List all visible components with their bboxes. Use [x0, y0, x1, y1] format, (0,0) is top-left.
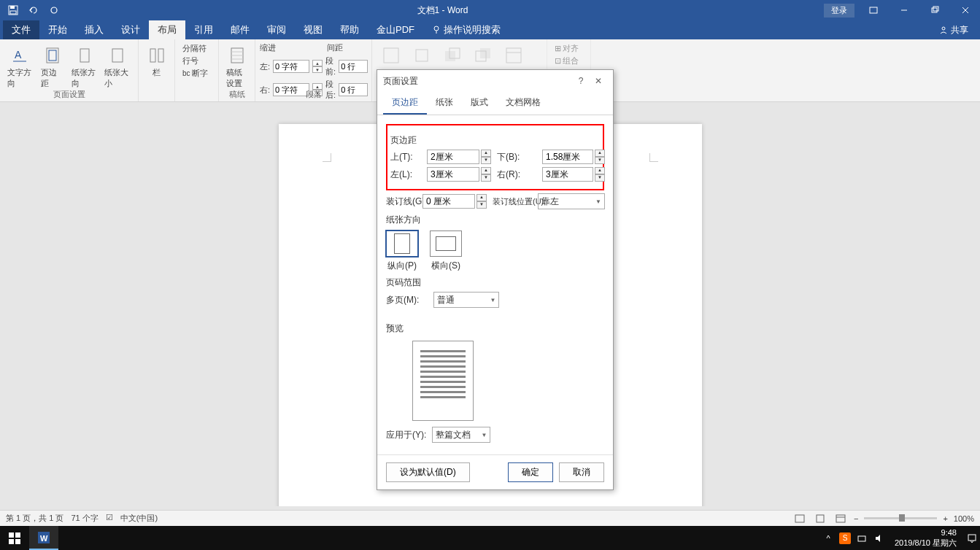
zoom-out-icon[interactable]: −: [854, 514, 858, 523]
tab-home[interactable]: 开始: [39, 20, 76, 39]
hyphenation-button[interactable]: bc断字: [180, 67, 214, 80]
svg-text:A: A: [15, 49, 22, 61]
word-count[interactable]: 71 个字: [71, 513, 98, 524]
web-layout-icon[interactable]: [833, 513, 848, 524]
apply-combo[interactable]: 整篇文档▼: [432, 427, 490, 443]
spin-down[interactable]: ▼: [481, 174, 491, 182]
print-layout-icon[interactable]: [813, 513, 827, 524]
dialog-tab-layout[interactable]: 版式: [462, 92, 497, 115]
bottom-input[interactable]: [542, 150, 593, 164]
sogou-icon[interactable]: S: [839, 532, 851, 544]
volume-icon[interactable]: [873, 532, 886, 545]
ribbon-tabs: 文件 开始 插入 设计 布局 引用 邮件 审阅 视图 帮助 金山PDF 操作说明…: [0, 20, 980, 39]
dialog-titlebar[interactable]: 页面设置 ? ✕: [377, 70, 613, 92]
dialog-tab-margins[interactable]: 页边距: [383, 92, 427, 115]
close-icon[interactable]: [951, 0, 980, 20]
svg-point-3: [51, 7, 57, 13]
right-input[interactable]: [542, 167, 593, 182]
read-mode-icon[interactable]: [792, 513, 807, 524]
spellcheck-icon[interactable]: ☑: [106, 513, 113, 524]
share-button[interactable]: 共享: [927, 24, 980, 36]
section-pages-title: 页码范围: [386, 276, 604, 289]
ribbon-display-icon[interactable]: [859, 0, 888, 20]
undo-icon[interactable]: [26, 3, 41, 18]
tray-up-icon[interactable]: ^: [822, 532, 835, 545]
redo-icon[interactable]: [47, 3, 61, 18]
login-button[interactable]: 登录: [824, 4, 854, 18]
gutter-input[interactable]: [423, 194, 475, 209]
dialog-close-icon[interactable]: ✕: [590, 76, 607, 86]
portrait-button[interactable]: 纵向(P): [386, 231, 418, 272]
zoom-slider[interactable]: [864, 517, 937, 519]
tell-me[interactable]: 操作说明搜索: [423, 20, 509, 39]
start-button[interactable]: [0, 526, 29, 550]
indent-left-input[interactable]: [273, 60, 309, 73]
zoom-level[interactable]: 100%: [954, 514, 974, 523]
spin-up[interactable]: ▲: [481, 150, 491, 157]
svg-text:W: W: [40, 534, 48, 543]
tab-view[interactable]: 视图: [295, 20, 331, 39]
tab-references[interactable]: 引用: [185, 20, 222, 39]
ok-button[interactable]: 确定: [508, 462, 553, 482]
spin-down[interactable]: ▼: [312, 66, 323, 73]
language-status[interactable]: 中文(中国): [120, 513, 158, 524]
spin-up[interactable]: ▲: [312, 60, 323, 66]
tab-design[interactable]: 设计: [112, 20, 149, 39]
word-taskbar-button[interactable]: W: [29, 526, 58, 550]
indent-left-label: 左:: [260, 61, 270, 72]
cancel-button[interactable]: 取消: [559, 462, 604, 482]
svg-rect-1: [10, 6, 15, 9]
landscape-button[interactable]: 横向(S): [430, 231, 462, 272]
text-direction-button[interactable]: A文字方向: [4, 42, 36, 90]
before-input[interactable]: [339, 60, 368, 73]
spin-down[interactable]: ▼: [595, 157, 605, 164]
dialog-tab-grid[interactable]: 文档网格: [497, 92, 549, 115]
gutter-pos-combo[interactable]: 靠左▼: [538, 193, 605, 209]
window-title: 文档1 - Word: [61, 4, 824, 17]
size-button[interactable]: 纸张大小: [101, 42, 134, 90]
spin-up[interactable]: ▲: [477, 194, 487, 201]
left-input[interactable]: [427, 167, 479, 182]
gaozhi-button[interactable]: 稿纸设置: [223, 42, 250, 90]
position-button: [377, 42, 406, 69]
zoom-in-icon[interactable]: +: [943, 514, 947, 523]
dialog-tab-paper[interactable]: 纸张: [427, 92, 462, 115]
section-orient-title: 纸张方向: [386, 214, 604, 226]
spin-up[interactable]: ▲: [595, 167, 605, 174]
spin-down[interactable]: ▼: [477, 201, 487, 209]
tab-review[interactable]: 审阅: [258, 20, 295, 39]
svg-rect-16: [49, 50, 56, 61]
tab-mailings[interactable]: 邮件: [222, 20, 258, 39]
tab-jinshan-pdf[interactable]: 金山PDF: [368, 20, 423, 39]
svg-rect-43: [858, 536, 865, 541]
minimize-icon[interactable]: [890, 0, 919, 20]
tab-help[interactable]: 帮助: [331, 20, 368, 39]
restore-icon[interactable]: [920, 0, 949, 20]
orientation-button[interactable]: 纸张方向: [69, 42, 101, 90]
tab-file[interactable]: 文件: [3, 20, 39, 39]
tab-insert[interactable]: 插入: [76, 20, 112, 39]
columns-button[interactable]: 栏: [143, 42, 170, 80]
group-label-page-setup: 页面设置: [0, 89, 138, 100]
multipage-combo[interactable]: 普通▼: [433, 292, 499, 308]
taskbar: W ^ S 9:48 2019/8/10 星期六: [0, 526, 980, 550]
margins-button[interactable]: 页边距: [38, 42, 67, 90]
spin-down[interactable]: ▼: [481, 157, 491, 164]
spin-up[interactable]: ▲: [595, 150, 605, 157]
page-status[interactable]: 第 1 页，共 1 页: [6, 513, 63, 524]
tab-layout[interactable]: 布局: [149, 20, 185, 39]
svg-rect-38: [15, 532, 20, 538]
line-numbers-button[interactable]: 行号: [180, 55, 214, 67]
breaks-button[interactable]: 分隔符: [180, 42, 214, 55]
network-icon[interactable]: [855, 532, 868, 545]
set-default-button[interactable]: 设为默认值(D): [386, 462, 470, 482]
svg-rect-6: [932, 8, 937, 12]
save-icon[interactable]: [6, 3, 20, 18]
dialog-help-icon[interactable]: ?: [572, 76, 590, 86]
spin-up[interactable]: ▲: [481, 167, 491, 174]
action-center-icon[interactable]: [965, 532, 979, 545]
svg-rect-29: [480, 48, 490, 58]
spin-down[interactable]: ▼: [595, 174, 605, 182]
clock[interactable]: 9:48 2019/8/10 星期六: [890, 528, 961, 547]
top-input[interactable]: [427, 150, 479, 164]
